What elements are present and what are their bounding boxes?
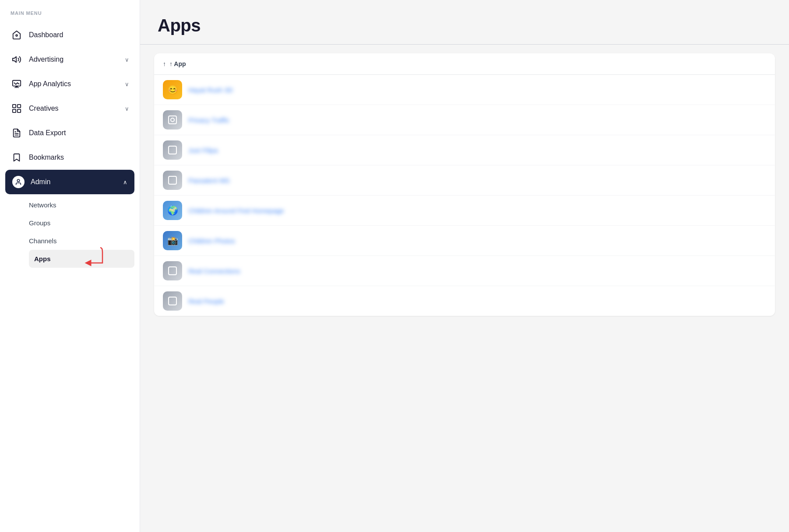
table-row[interactable]: 😊 Hayat Rush 3D <box>154 75 775 105</box>
svg-rect-14 <box>169 146 176 154</box>
header-divider <box>140 44 789 45</box>
sidebar-item-dashboard[interactable]: Dashboard <box>0 23 140 47</box>
svg-point-13 <box>171 118 174 122</box>
table-row[interactable]: Real Connections <box>154 256 775 286</box>
export-icon <box>11 127 23 139</box>
sidebar-item-creatives[interactable]: Creatives ∨ <box>0 96 140 121</box>
sidebar-item-admin[interactable]: Admin ∧ <box>5 170 134 194</box>
column-header-app[interactable]: ↑ ↑ App <box>163 60 186 67</box>
svg-rect-5 <box>18 105 21 108</box>
sidebar-item-app-analytics[interactable]: App Analytics ∨ <box>0 72 140 96</box>
chevron-down-icon: ∨ <box>125 56 129 63</box>
chevron-up-icon: ∧ <box>123 179 127 186</box>
svg-rect-15 <box>169 176 176 184</box>
page-header: Apps <box>140 0 789 44</box>
table-row[interactable]: Passatent MG <box>154 165 775 196</box>
dashboard-icon <box>11 29 23 41</box>
app-name: Children Around Find Homepage <box>188 207 284 214</box>
apps-table: ↑ ↑ App 😊 Hayat Rush 3D Privacy Traffi <box>154 53 775 316</box>
app-name: Just Filipa <box>188 147 218 154</box>
sidebar-item-label: Creatives <box>29 105 59 112</box>
main-menu-label: MAIN MENU <box>0 10 140 23</box>
app-name: Children Photos <box>188 237 235 245</box>
sidebar-item-groups[interactable]: Groups <box>29 214 140 232</box>
chevron-down-icon: ∨ <box>125 105 129 112</box>
column-label: ↑ App <box>161 60 186 67</box>
svg-rect-17 <box>169 297 176 305</box>
creatives-icon <box>11 102 23 115</box>
main-content: Apps ↑ ↑ App 😊 Hayat Rush 3D <box>140 0 789 532</box>
svg-rect-12 <box>169 116 176 124</box>
app-name: Real People <box>188 298 224 305</box>
svg-point-10 <box>17 179 19 182</box>
advertising-icon <box>11 53 23 66</box>
chevron-down-icon: ∨ <box>125 81 129 88</box>
sidebar-item-advertising[interactable]: Advertising ∨ <box>0 47 140 72</box>
svg-rect-6 <box>13 109 16 112</box>
app-name: Real Connections <box>188 267 240 275</box>
red-arrow-indicator <box>78 245 105 267</box>
table-row[interactable]: 🌍 Children Around Find Homepage <box>154 196 775 226</box>
sidebar-item-label: Advertising <box>29 56 63 63</box>
sidebar-item-label: Admin <box>31 178 50 186</box>
sidebar-item-bookmarks[interactable]: Bookmarks <box>0 145 140 170</box>
app-icon: 😊 <box>163 80 182 99</box>
table-row[interactable]: Privacy Traffic <box>154 105 775 135</box>
sidebar: MAIN MENU Dashboard Advertising ∨ <box>0 0 140 532</box>
admin-sub-menu: Networks Groups Channels Apps <box>0 194 140 270</box>
table-row[interactable]: 📸 Children Photos <box>154 226 775 256</box>
svg-point-0 <box>16 35 18 36</box>
app-name: Passatent MG <box>188 177 230 184</box>
sidebar-item-data-export[interactable]: Data Export <box>0 121 140 145</box>
apps-arrow-container: Apps <box>29 250 140 268</box>
app-icon: 📸 <box>163 231 182 250</box>
sidebar-item-label: Bookmarks <box>29 154 64 161</box>
app-icon: 🌍 <box>163 201 182 220</box>
bookmarks-icon <box>11 151 23 164</box>
svg-rect-7 <box>18 109 21 112</box>
table-header: ↑ ↑ App <box>154 53 775 75</box>
app-icon <box>163 291 182 311</box>
app-icon <box>163 140 182 160</box>
app-icon <box>163 171 182 190</box>
svg-rect-4 <box>13 105 16 108</box>
app-name: Privacy Traffic <box>188 116 229 124</box>
app-name: Hayat Rush 3D <box>188 86 233 94</box>
sidebar-item-networks[interactable]: Networks <box>29 196 140 214</box>
analytics-icon <box>11 78 23 90</box>
sidebar-item-label: Data Export <box>29 129 66 137</box>
svg-rect-16 <box>169 267 176 275</box>
svg-marker-1 <box>13 57 16 63</box>
app-icon <box>163 110 182 130</box>
sidebar-item-label: Dashboard <box>29 31 63 39</box>
app-icon <box>163 261 182 280</box>
table-row[interactable]: Real People <box>154 286 775 316</box>
page-title: Apps <box>158 16 771 35</box>
sidebar-item-label: App Analytics <box>29 80 71 88</box>
table-row[interactable]: Just Filipa <box>154 135 775 165</box>
admin-icon <box>12 176 25 188</box>
